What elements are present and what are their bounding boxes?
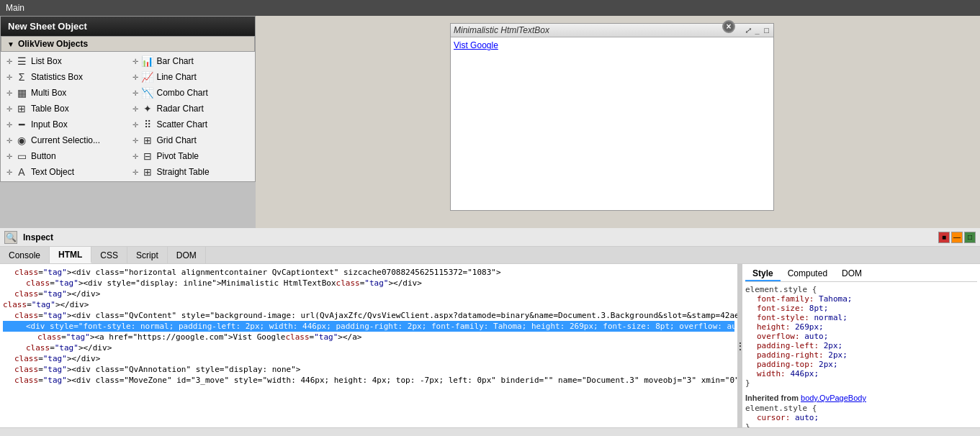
title-bar: Main — [0, 0, 980, 16]
title-bar-label: Main — [6, 3, 24, 13]
